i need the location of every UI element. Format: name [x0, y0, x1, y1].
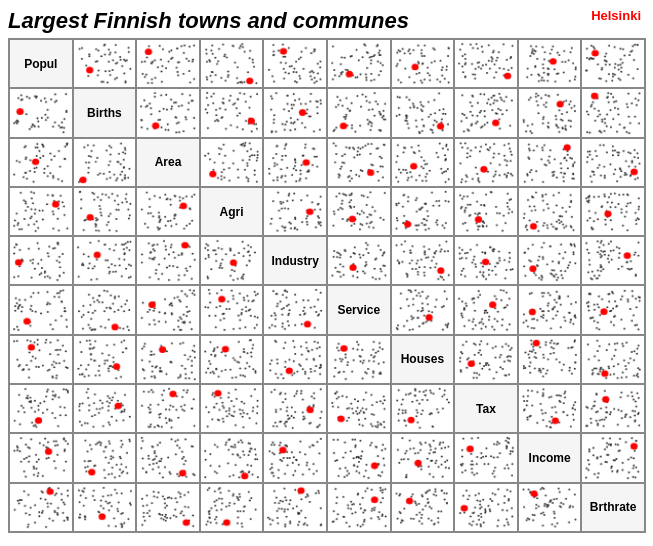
cell-r1-c2	[136, 88, 200, 137]
cell-r9-c4	[263, 483, 327, 532]
cell-r4-c3	[200, 236, 264, 285]
cell-r7-c8	[518, 384, 582, 433]
cell-r5-c5: Service	[327, 285, 391, 334]
cell-r0-c0: Popul	[9, 39, 73, 88]
cell-r7-c4	[263, 384, 327, 433]
cell-r3-c0	[9, 187, 73, 236]
cell-r5-c1	[73, 285, 137, 334]
cell-r5-c9	[581, 285, 645, 334]
cell-r9-c2	[136, 483, 200, 532]
cell-r1-c8	[518, 88, 582, 137]
cell-r4-c0	[9, 236, 73, 285]
cell-r4-c2	[136, 236, 200, 285]
cell-r3-c8	[518, 187, 582, 236]
cell-r0-c8	[518, 39, 582, 88]
cell-r0-c1	[73, 39, 137, 88]
cell-r8-c6	[391, 433, 455, 482]
cell-r5-c2	[136, 285, 200, 334]
cell-r8-c7	[454, 433, 518, 482]
cell-r8-c1	[73, 433, 137, 482]
cell-r6-c1	[73, 335, 137, 384]
cell-r6-c0	[9, 335, 73, 384]
cell-r5-c8	[518, 285, 582, 334]
cell-r2-c9	[581, 138, 645, 187]
cell-r1-c9	[581, 88, 645, 137]
cell-r8-c0	[9, 433, 73, 482]
cell-r6-c4	[263, 335, 327, 384]
cell-r9-c1	[73, 483, 137, 532]
cell-r7-c5	[327, 384, 391, 433]
cell-r1-c5	[327, 88, 391, 137]
helsinki-label: Helsinki	[591, 8, 641, 23]
cell-r9-c9: Brthrate	[581, 483, 645, 532]
cell-r8-c4	[263, 433, 327, 482]
cell-r9-c8	[518, 483, 582, 532]
cell-r3-c2	[136, 187, 200, 236]
cell-r6-c2	[136, 335, 200, 384]
cell-r2-c4	[263, 138, 327, 187]
cell-r2-c0	[9, 138, 73, 187]
cell-r8-c8: Income	[518, 433, 582, 482]
cell-r8-c3	[200, 433, 264, 482]
cell-r4-c9	[581, 236, 645, 285]
cell-r1-c4	[263, 88, 327, 137]
cell-r0-c2	[136, 39, 200, 88]
cell-r6-c8	[518, 335, 582, 384]
cell-r2-c3	[200, 138, 264, 187]
cell-r3-c3: Agri	[200, 187, 264, 236]
diagonal-label-Agri: Agri	[220, 205, 244, 219]
cell-r3-c1	[73, 187, 137, 236]
cell-r8-c9	[581, 433, 645, 482]
cell-r5-c7	[454, 285, 518, 334]
diagonal-label-Service: Service	[337, 303, 380, 317]
cell-r8-c2	[136, 433, 200, 482]
cell-r7-c1	[73, 384, 137, 433]
cell-r6-c5	[327, 335, 391, 384]
cell-r7-c7: Tax	[454, 384, 518, 433]
cell-r4-c7	[454, 236, 518, 285]
cell-r7-c2	[136, 384, 200, 433]
diagonal-label-Popul: Popul	[24, 57, 57, 71]
cell-r2-c5	[327, 138, 391, 187]
cell-r0-c9	[581, 39, 645, 88]
diagonal-label-Area: Area	[155, 155, 182, 169]
diagonal-label-Industry: Industry	[272, 254, 319, 268]
cell-r2-c1	[73, 138, 137, 187]
cell-r5-c6	[391, 285, 455, 334]
cell-r6-c7	[454, 335, 518, 384]
cell-r4-c4: Industry	[263, 236, 327, 285]
cell-r0-c4	[263, 39, 327, 88]
cell-r3-c6	[391, 187, 455, 236]
cell-r9-c0	[9, 483, 73, 532]
diagonal-label-Births: Births	[87, 106, 122, 120]
cell-r6-c3	[200, 335, 264, 384]
cell-r3-c4	[263, 187, 327, 236]
page-title: Largest Finnish towns and communes	[8, 8, 645, 34]
cell-r9-c7	[454, 483, 518, 532]
cell-r0-c5	[327, 39, 391, 88]
cell-r4-c1	[73, 236, 137, 285]
cell-r9-c6	[391, 483, 455, 532]
cell-r4-c5	[327, 236, 391, 285]
diagonal-label-Income: Income	[529, 451, 571, 465]
diagonal-label-Houses: Houses	[401, 352, 444, 366]
cell-r0-c6	[391, 39, 455, 88]
cell-r5-c0	[9, 285, 73, 334]
cell-r9-c3	[200, 483, 264, 532]
cell-r0-c7	[454, 39, 518, 88]
cell-r2-c6	[391, 138, 455, 187]
cell-r0-c3	[200, 39, 264, 88]
cell-r8-c5	[327, 433, 391, 482]
cell-r4-c6	[391, 236, 455, 285]
cell-r2-c7	[454, 138, 518, 187]
cell-r2-c2: Area	[136, 138, 200, 187]
cell-r3-c9	[581, 187, 645, 236]
scatterplot-matrix: PopulBirthsAreaAgriIndustryServiceHouses…	[8, 38, 645, 533]
cell-r3-c7	[454, 187, 518, 236]
cell-r7-c6	[391, 384, 455, 433]
cell-r5-c4	[263, 285, 327, 334]
cell-r1-c1: Births	[73, 88, 137, 137]
cell-r3-c5	[327, 187, 391, 236]
grid: PopulBirthsAreaAgriIndustryServiceHouses…	[8, 38, 646, 533]
cell-r4-c8	[518, 236, 582, 285]
